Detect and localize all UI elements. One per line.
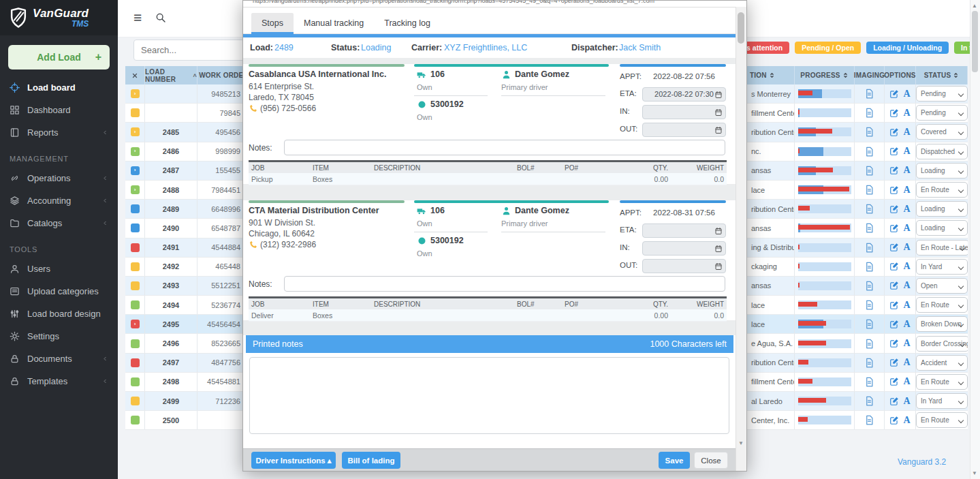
edit-icon[interactable] xyxy=(889,262,899,271)
sidebar-item-settings[interactable]: Settings xyxy=(0,325,118,347)
sidebar-item-upload-categories[interactable]: Upload categories xyxy=(0,280,118,303)
carrier-link[interactable]: XYZ Freightlines, LLC xyxy=(444,43,527,52)
edit-icon[interactable] xyxy=(889,108,899,118)
load-row[interactable]: 24974847756 xyxy=(125,354,259,373)
letter-a-icon[interactable]: A xyxy=(903,319,910,330)
status-value[interactable]: Loading xyxy=(361,43,392,52)
letter-a-icon[interactable]: A xyxy=(903,204,910,215)
letter-a-icon[interactable]: A xyxy=(903,415,910,426)
expand-row-button[interactable]: › xyxy=(131,147,140,156)
load-row[interactable]: laceAEn Route xyxy=(747,296,968,315)
calendar-icon[interactable] xyxy=(714,227,723,235)
hamburger-menu-icon[interactable]: ≡ xyxy=(133,10,142,25)
document-icon[interactable] xyxy=(864,415,874,425)
edit-icon[interactable] xyxy=(889,300,899,310)
tab-tracking-log[interactable]: Tracking log xyxy=(374,13,441,34)
in-input[interactable] xyxy=(642,105,726,119)
expand-row-button[interactable]: › xyxy=(131,89,140,98)
status-select[interactable]: Dispatched xyxy=(916,144,968,159)
edit-icon[interactable] xyxy=(889,281,899,290)
document-icon[interactable] xyxy=(864,300,874,310)
load-row[interactable]: s MonterreyAPending xyxy=(747,84,968,104)
load-row[interactable]: ansasAOpen xyxy=(747,277,968,296)
driver-instructions-button[interactable]: Driver Instructions ▴ xyxy=(251,452,336,469)
document-icon[interactable] xyxy=(864,127,874,137)
status-select[interactable]: Loading xyxy=(916,201,968,217)
document-icon[interactable] xyxy=(864,146,874,157)
page-scrollbar[interactable]: ▲ ▼ xyxy=(970,0,980,479)
edit-icon[interactable] xyxy=(889,339,899,348)
scroll-up-icon[interactable]: ▲ xyxy=(972,3,977,9)
calendar-icon[interactable] xyxy=(714,245,723,253)
document-icon[interactable] xyxy=(864,166,874,176)
sidebar-item-accounting[interactable]: Accounting xyxy=(0,189,118,212)
load-row[interactable]: ›249545456454 xyxy=(125,315,259,334)
letter-a-icon[interactable]: A xyxy=(903,165,910,176)
status-select[interactable]: En Route xyxy=(916,374,968,390)
bill-of-lading-button[interactable]: Bill of lading xyxy=(342,452,400,469)
status-select[interactable]: Covered xyxy=(916,124,968,140)
letter-a-icon[interactable]: A xyxy=(903,242,910,253)
close-button[interactable]: Close xyxy=(694,452,728,469)
expand-row-button[interactable]: › xyxy=(131,127,140,136)
status-select[interactable]: Broken Down xyxy=(916,316,968,332)
load-row[interactable]: 2500 xyxy=(125,411,259,430)
stop-notes-input[interactable] xyxy=(284,276,725,292)
edit-icon[interactable] xyxy=(889,223,899,233)
tab-manual-tracking[interactable]: Manual tracking xyxy=(294,13,374,34)
load-row[interactable]: 2492465448 xyxy=(125,258,259,277)
destination-header[interactable]: TION xyxy=(747,66,795,84)
add-load-button[interactable]: Add Load + xyxy=(8,45,110,69)
status-select[interactable]: Open xyxy=(916,278,968,294)
edit-icon[interactable] xyxy=(889,358,899,367)
document-icon[interactable] xyxy=(864,281,874,291)
status-select[interactable]: In Yard xyxy=(916,393,968,409)
letter-a-icon[interactable]: A xyxy=(903,357,910,368)
search-icon[interactable] xyxy=(155,12,166,23)
status-select[interactable]: Loading xyxy=(916,163,968,179)
modal-scrollbar-thumb[interactable] xyxy=(738,12,744,44)
letter-a-icon[interactable]: A xyxy=(903,261,910,272)
out-input[interactable] xyxy=(642,259,726,273)
expand-row-button[interactable]: › xyxy=(131,166,140,175)
load-row[interactable]: ckagingAIn Yard xyxy=(747,258,968,277)
sidebar-item-templates[interactable]: Templates xyxy=(0,370,118,392)
sidebar-item-load-board[interactable]: Load board xyxy=(0,76,118,99)
printed-notes-textarea[interactable] xyxy=(249,357,729,434)
sidebar-item-users[interactable]: Users xyxy=(0,258,118,280)
status-select[interactable]: Loading xyxy=(916,220,968,236)
scrollbar-thumb[interactable] xyxy=(972,11,978,72)
edit-icon[interactable] xyxy=(889,89,899,99)
edit-icon[interactable] xyxy=(889,243,899,252)
status-select[interactable]: In Yard xyxy=(916,259,968,275)
status-select[interactable]: Pending xyxy=(916,105,968,121)
edit-icon[interactable] xyxy=(889,166,899,175)
modal-scroll-down-icon[interactable]: ▼ xyxy=(738,440,744,446)
version-link[interactable]: Vanguard 3.2 xyxy=(898,457,946,467)
load-row[interactable]: 24914544884 xyxy=(125,238,259,258)
load-row[interactable]: ribution CenterACovered xyxy=(747,123,968,142)
letter-a-icon[interactable]: A xyxy=(903,300,910,311)
load-row[interactable]: e Agua, S.A. deABorder Crossing xyxy=(747,334,968,353)
edit-icon[interactable] xyxy=(889,416,899,425)
load-row[interactable]: nc.ADispatched xyxy=(747,142,968,161)
load-row[interactable]: 2499712236 xyxy=(125,392,259,411)
out-input[interactable] xyxy=(642,123,726,137)
document-icon[interactable] xyxy=(864,396,874,406)
sidebar-item-documents[interactable]: Documents xyxy=(0,347,118,370)
calendar-icon[interactable] xyxy=(714,126,723,134)
sidebar-item-dashboard[interactable]: Dashboard xyxy=(0,99,118,121)
edit-icon[interactable] xyxy=(889,397,899,406)
sidebar-item-reports[interactable]: Reports xyxy=(0,121,118,144)
letter-a-icon[interactable]: A xyxy=(903,396,910,407)
load-row[interactable]: fillment CenterAPending xyxy=(747,104,968,123)
status-header[interactable]: STATUS xyxy=(916,66,968,84)
edit-icon[interactable] xyxy=(889,127,899,137)
progress-header[interactable]: PROGRESS xyxy=(795,66,855,84)
imaging-header[interactable]: IMAGING xyxy=(855,66,885,84)
brand-logo[interactable]: VanGuard TMS xyxy=(0,0,118,35)
letter-a-icon[interactable]: A xyxy=(903,185,910,196)
load-row[interactable]: laceAEn Route xyxy=(747,181,968,200)
status-select[interactable]: Border Crossing xyxy=(916,336,968,352)
load-row[interactable]: 24968523665 xyxy=(125,334,259,353)
